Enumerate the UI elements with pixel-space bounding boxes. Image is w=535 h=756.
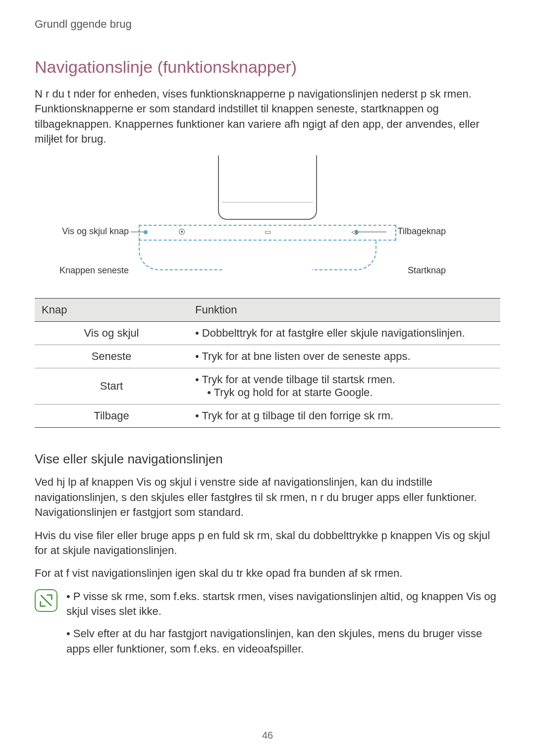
body-paragraph: Hvis du vise filer eller bruge apps p en…	[35, 528, 500, 558]
cell-fn: Tryk for at g tilbage til den forrige sk…	[188, 404, 500, 428]
cell-fn: Dobbelttryk for at fastgłre eller skjule…	[188, 322, 500, 345]
cell-key: Vis og skjul	[35, 322, 188, 345]
sub-heading: Vise eller skjule navigationslinjen	[35, 452, 500, 467]
intro-paragraph: N r du t nder for enheden, vises funktio…	[35, 87, 500, 147]
callout-connector	[139, 241, 223, 270]
table-row: Seneste Tryk for at bne listen over de s…	[35, 345, 500, 368]
callout-home: Startknap	[408, 265, 446, 276]
cell-key: Start	[35, 368, 188, 404]
navigation-bar-figure: ⦿ ▭ ◁ Vis og skjul knap Knappen seneste …	[79, 155, 456, 284]
table-header-key: Knap	[35, 299, 188, 322]
body-paragraph: For at f vist navigationslinjen igen ska…	[35, 566, 500, 581]
function-table: Knap Funktion Vis og skjul Dobbelttryk f…	[35, 298, 500, 428]
table-row: Start Tryk for at vende tilbage til star…	[35, 368, 500, 404]
chapter-title: Grundl ggende brug	[35, 18, 500, 31]
callout-back: Tilbageknap	[398, 226, 446, 237]
note-block: P visse sk rme, som f.eks. startsk rmen,…	[35, 589, 500, 664]
note-item: P visse sk rme, som f.eks. startsk rmen,…	[66, 589, 500, 620]
cell-key: Seneste	[35, 345, 188, 368]
table-row: Vis og skjul Dobbelttryk for at fastgłre…	[35, 322, 500, 345]
cell-fn: Tryk for at bne listen over de seneste a…	[188, 345, 500, 368]
cell-fn: Tryk for at vende tilbage til startsk rm…	[188, 368, 500, 404]
callout-connector	[131, 232, 146, 232]
page-title: Navigationslinje (funktionsknapper)	[35, 57, 500, 77]
note-icon	[35, 589, 57, 612]
show-hide-icon: ⦿	[178, 228, 185, 236]
callout-connector	[357, 232, 386, 232]
table-row: Tilbage Tryk for at g tilbage til den fo…	[35, 404, 500, 428]
cell-key: Tilbage	[35, 404, 188, 428]
note-item: Selv efter at du har fastgjort navigatio…	[66, 626, 500, 657]
page-number: 46	[0, 730, 535, 741]
callout-connector	[312, 241, 376, 270]
phone-outline-icon	[218, 155, 317, 220]
back-icon: ◁	[351, 228, 357, 236]
table-header-fn: Funktion	[188, 299, 500, 322]
body-paragraph: Ved hj lp af knappen Vis og skjul i vens…	[35, 475, 500, 520]
callout-recent: Knappen seneste	[54, 265, 129, 276]
home-icon: ▭	[265, 228, 271, 236]
callout-show-hide: Vis og skjul knap	[54, 226, 129, 237]
